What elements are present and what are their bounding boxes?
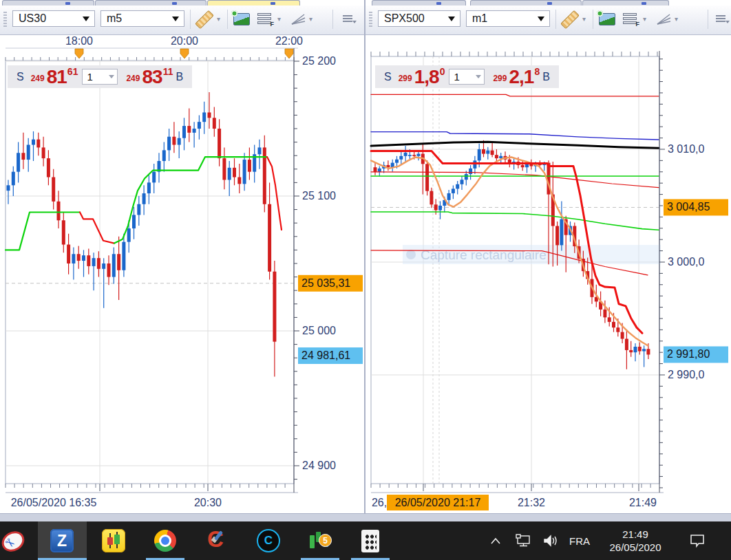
- sell-button[interactable]: S: [384, 71, 392, 83]
- svg-text:25 200: 25 200: [302, 55, 336, 67]
- chart-menu-button[interactable]: [712, 10, 731, 28]
- snapshot-button[interactable]: [597, 10, 617, 28]
- chart-toolbar: US30 m5 ▾ F ▾ ▾: [0, 6, 364, 35]
- indicators-button[interactable]: F: [255, 10, 275, 28]
- bid-prefix: 299: [399, 74, 412, 83]
- chevron-down-icon: [83, 17, 89, 25]
- toolbar-grip[interactable]: [3, 12, 7, 28]
- symbol-select[interactable]: SPX500: [378, 10, 460, 27]
- svg-text:25 100: 25 100: [302, 190, 336, 202]
- svg-text:26/05/2020 21:17: 26/05/2020 21:17: [395, 497, 481, 508]
- svg-text:20:30: 20:30: [194, 497, 222, 508]
- drawing-lines-button[interactable]: [654, 10, 673, 28]
- fan-lines-icon: [290, 12, 306, 26]
- drawing-dropdown-arrow[interactable]: ▾: [675, 15, 678, 23]
- bid-price: 81: [47, 66, 67, 88]
- chevron-down-icon: [172, 17, 179, 25]
- bottom-time-labels: 26/05/2020 16:3520:30: [11, 497, 222, 508]
- time-marker-icon: [75, 49, 83, 58]
- capture-tool-overlay: Capture rectangulaire: [403, 245, 661, 264]
- tray-chevron-up-icon[interactable]: [485, 521, 506, 560]
- svg-text:2 990,0: 2 990,0: [668, 369, 704, 380]
- indicator-list-icon: F: [623, 13, 638, 25]
- menu-lines-icon: [716, 14, 727, 24]
- plot-area: [371, 56, 659, 484]
- tray-date: 26/05/2020: [609, 541, 661, 554]
- sell-button[interactable]: S: [17, 71, 24, 83]
- candlestick-app-icon[interactable]: [96, 521, 131, 560]
- windows-taskbar: ✂ZCC5 FRA 21:49 26/05/2020: [0, 521, 731, 560]
- quantity-select[interactable]: 1: [449, 69, 485, 85]
- metatrader5-icon[interactable]: 5: [303, 521, 337, 560]
- tab-pin-icon: [642, 2, 646, 5]
- top-time-ruler: 18:0020:0022:00: [6, 35, 303, 61]
- buy-button[interactable]: B: [176, 71, 183, 83]
- ask-pips: 8: [534, 66, 540, 77]
- drawing-lines-button[interactable]: [288, 10, 308, 28]
- timeframe-select[interactable]: m1: [466, 10, 550, 27]
- ruler-icon: [560, 10, 580, 29]
- drawing-dropdown-arrow[interactable]: ▾: [309, 15, 312, 23]
- svg-text:24 981,61: 24 981,61: [301, 349, 350, 361]
- toolbar-grip[interactable]: [369, 12, 372, 28]
- time-marker-icon: [180, 49, 189, 58]
- plot-area: [6, 61, 294, 484]
- tab-pin-icon: [547, 2, 552, 5]
- svg-text:24 900: 24 900: [302, 460, 336, 471]
- price-axis: 3 010,03 000,02 990,0: [659, 51, 704, 493]
- language-indicator[interactable]: FRA: [566, 521, 593, 560]
- chrome-icon[interactable]: [148, 521, 182, 560]
- network-icon[interactable]: [511, 521, 536, 560]
- menu-lines-icon: [343, 14, 354, 24]
- buy-button[interactable]: B: [542, 71, 550, 83]
- svg-text:26,: 26,: [372, 497, 387, 508]
- svg-text:21:49: 21:49: [629, 497, 657, 508]
- ask-prefix: 249: [126, 74, 140, 83]
- svg-text:Capture rectangulaire: Capture rectangulaire: [421, 248, 547, 262]
- bid-price: 1,8: [414, 66, 439, 88]
- ccleaner-icon[interactable]: C: [200, 521, 234, 560]
- speaker-icon[interactable]: [539, 521, 564, 560]
- symbol-select[interactable]: US30: [12, 10, 95, 27]
- bid-pips: 0: [440, 66, 445, 77]
- snipping-tool-icon[interactable]: ✂: [0, 521, 28, 560]
- bottom-time-ruler: [6, 484, 298, 493]
- price-chart-us30[interactable]: 18:0020:0022:0025 20025 10025 00024 9002…: [0, 34, 364, 513]
- snapshot-button[interactable]: [232, 10, 251, 28]
- indicators-dropdown-arrow[interactable]: ▾: [277, 15, 281, 23]
- bottom-time-labels: 26,26/05/2020 21:1721:3221:49: [372, 495, 657, 510]
- chevron-down-icon: [538, 17, 544, 25]
- svg-text:25 000: 25 000: [302, 325, 336, 336]
- measure-dropdown-arrow[interactable]: ▾: [582, 15, 586, 23]
- symbol-value: SPX500: [384, 12, 425, 25]
- ask-price: 2,1: [509, 66, 533, 88]
- svg-text:3 010,0: 3 010,0: [668, 143, 704, 155]
- ask-price: 83: [142, 66, 162, 88]
- tray-time: 21:49: [622, 528, 648, 541]
- bottom-time-ruler: [371, 484, 664, 493]
- measure-tool-button[interactable]: [195, 10, 214, 28]
- notification-center-icon[interactable]: [683, 521, 712, 560]
- quantity-select[interactable]: 1: [82, 69, 118, 85]
- svg-text:26/05/2020 16:35: 26/05/2020 16:35: [11, 497, 97, 508]
- bid-ask-panel-spx500: S 299 1,80 1 299 2,18 B: [375, 65, 559, 88]
- calculator-icon[interactable]: [353, 521, 388, 560]
- measure-tool-button[interactable]: [560, 10, 580, 28]
- timeframe-select[interactable]: m5: [100, 10, 184, 27]
- svg-text:20:00: 20:00: [171, 35, 198, 47]
- indicators-dropdown-arrow[interactable]: ▾: [643, 15, 646, 23]
- ruler-icon: [195, 10, 214, 29]
- chart-panel-spx500: SPX500 m1 ▾ F ▾ ▾ Capture rectangulaire3…: [366, 0, 731, 513]
- svg-text:22:00: 22:00: [275, 35, 303, 47]
- measure-dropdown-arrow[interactable]: ▾: [217, 15, 220, 23]
- bid-pips: 61: [67, 66, 78, 77]
- clock[interactable]: 21:49 26/05/2020: [597, 521, 673, 560]
- image-icon: [599, 13, 615, 25]
- c-circle-app-icon[interactable]: C: [251, 521, 286, 560]
- trading-app-z-icon[interactable]: Z: [38, 521, 87, 560]
- indicators-button[interactable]: F: [621, 10, 640, 28]
- svg-text:3 000,0: 3 000,0: [668, 256, 704, 268]
- chart-panel-us30: US30 m5 ▾ F ▾ ▾ 18:0020:0022:0025 20025 …: [0, 0, 364, 513]
- chart-menu-button[interactable]: [339, 10, 358, 28]
- price-chart-spx500[interactable]: Capture rectangulaire3 010,03 000,02 990…: [366, 34, 731, 513]
